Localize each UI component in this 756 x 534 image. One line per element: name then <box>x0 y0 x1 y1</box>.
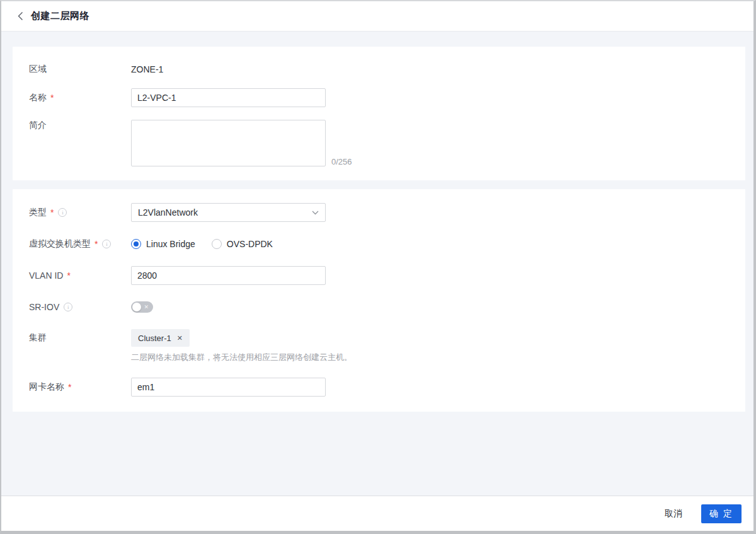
name-label: 名称 <box>29 92 47 103</box>
zone-value: ZONE-1 <box>131 63 163 76</box>
cancel-button[interactable]: 取消 <box>663 506 684 522</box>
toggle-off-icon: ✕ <box>144 302 149 312</box>
zone-row: 区域 ZONE-1 <box>29 63 729 76</box>
cluster-hint: 二层网络未加载集群，将无法使用相应三层网络创建云主机。 <box>131 352 352 363</box>
required-asterisk: * <box>50 207 54 218</box>
info-icon[interactable]: i <box>102 240 111 248</box>
sriov-toggle[interactable]: ✕ <box>131 301 153 313</box>
radio-linux-bridge[interactable]: Linux Bridge <box>131 239 195 249</box>
toggle-knob <box>132 303 141 311</box>
type-label: 类型 <box>29 207 47 218</box>
vswitch-type-label: 虚拟交换机类型 <box>29 238 91 250</box>
radio-ovs-dpdk[interactable]: OVS-DPDK <box>212 239 273 249</box>
vswitch-type-row: 虚拟交换机类型* i Linux Bridge OVS-DPDK <box>29 235 729 253</box>
description-row: 简介 0/256 <box>29 120 729 166</box>
cluster-tag-text: Cluster-1 <box>138 334 171 343</box>
type-select-value: L2VlanNetwork <box>138 207 198 218</box>
vlan-id-row: VLAN ID* <box>29 266 729 285</box>
radio-selected-icon <box>131 239 141 249</box>
radio-unselected-icon <box>212 239 222 249</box>
radio-label: OVS-DPDK <box>227 239 273 249</box>
page-header: 创建二层网络 <box>1 1 753 32</box>
description-textarea[interactable] <box>131 120 326 166</box>
back-button[interactable] <box>18 11 23 21</box>
char-counter: 0/256 <box>331 157 352 166</box>
cluster-tag: Cluster-1 ✕ <box>131 329 190 347</box>
nic-name-label: 网卡名称 <box>29 381 64 393</box>
required-asterisk: * <box>67 270 70 281</box>
network-config-card: 类型* i L2VlanNetwork 虚拟交换机类型* i <box>13 189 745 412</box>
type-row: 类型* i L2VlanNetwork <box>29 203 729 222</box>
required-asterisk: * <box>68 382 71 392</box>
chevron-down-icon <box>312 211 319 215</box>
chevron-left-icon <box>18 11 23 21</box>
type-select[interactable]: L2VlanNetwork <box>131 203 326 222</box>
nic-name-row: 网卡名称* <box>29 378 729 397</box>
name-input[interactable] <box>131 88 326 107</box>
info-icon[interactable]: i <box>64 303 72 311</box>
create-l2-network-page: 创建二层网络 区域 ZONE-1 名称* 简介 <box>0 0 756 534</box>
basic-info-card: 区域 ZONE-1 名称* 简介 0/256 <box>13 47 745 180</box>
tag-close-icon[interactable]: ✕ <box>177 335 183 342</box>
confirm-button[interactable]: 确 定 <box>701 504 742 523</box>
cluster-row: 集群 Cluster-1 ✕ 二层网络未加载集群，将无法使用相应三层网络创建云主… <box>29 329 729 363</box>
required-asterisk: * <box>50 93 54 103</box>
zone-label: 区域 <box>29 64 47 75</box>
footer-actions: 取消 确 定 <box>1 496 753 531</box>
required-asterisk: * <box>94 239 98 249</box>
vlan-id-input[interactable] <box>131 266 326 285</box>
nic-name-input[interactable] <box>131 378 326 397</box>
radio-label: Linux Bridge <box>146 239 195 249</box>
cluster-label: 集群 <box>29 332 47 344</box>
sriov-label: SR-IOV <box>29 302 59 312</box>
name-row: 名称* <box>29 88 729 107</box>
description-label: 简介 <box>29 120 47 131</box>
form-content: 区域 ZONE-1 名称* 简介 0/256 <box>1 32 753 496</box>
sriov-row: SR-IOV i ✕ <box>29 298 729 316</box>
vlan-id-label: VLAN ID <box>29 270 63 281</box>
page-title: 创建二层网络 <box>31 10 89 22</box>
info-icon[interactable]: i <box>58 208 67 217</box>
